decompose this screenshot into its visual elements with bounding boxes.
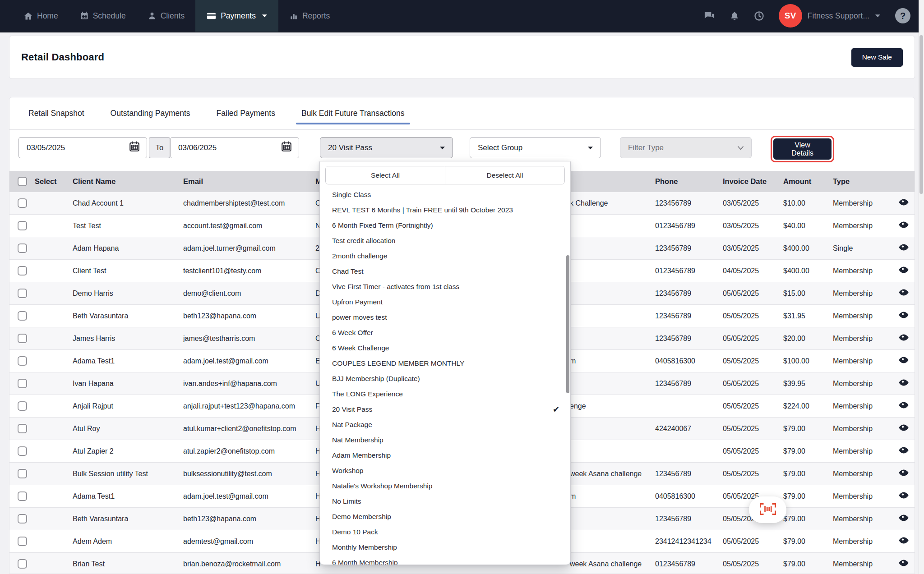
row-checkbox[interactable] bbox=[18, 469, 27, 478]
nav-item-home[interactable]: Home bbox=[13, 0, 69, 32]
view-row-button[interactable] bbox=[892, 221, 915, 230]
view-row-button[interactable] bbox=[892, 266, 915, 276]
calendar-input-icon[interactable] bbox=[129, 141, 140, 155]
membership-filter-select[interactable]: 20 Visit Pass bbox=[320, 137, 453, 158]
dropdown-option-6-week-challenge[interactable]: 6 Week Challenge bbox=[320, 340, 570, 356]
row-checkbox[interactable] bbox=[18, 514, 27, 523]
view-details-button[interactable]: View Details bbox=[773, 138, 832, 160]
select-all-button[interactable]: Select All bbox=[326, 166, 445, 184]
row-checkbox[interactable] bbox=[18, 334, 27, 343]
tab-retail-snapshot[interactable]: Retail Snapshot bbox=[28, 97, 84, 129]
dropdown-option-nat-membership[interactable]: Nat Membership bbox=[320, 432, 570, 448]
window-scrollbar-thumb[interactable] bbox=[919, 35, 923, 194]
date-from-input[interactable]: 03/05/2025 bbox=[18, 137, 147, 158]
dropdown-option-the-long-experience[interactable]: The LONG Experience bbox=[320, 386, 570, 402]
phone-cell: 0123456789 bbox=[648, 222, 713, 230]
dropdown-option-20-visit-pass[interactable]: 20 Visit Pass✔ bbox=[320, 402, 570, 417]
clock-icon[interactable] bbox=[754, 11, 764, 21]
phone-cell: 123456789 bbox=[648, 335, 713, 343]
dropdown-option-nat-package[interactable]: Nat Package bbox=[320, 417, 570, 432]
row-checkbox[interactable] bbox=[18, 198, 27, 208]
dropdown-option-monthly-membership[interactable]: Monthly Membership bbox=[320, 540, 570, 555]
dropdown-option-demo-membership[interactable]: Demo Membership bbox=[320, 509, 570, 524]
row-checkbox[interactable] bbox=[18, 266, 27, 276]
row-checkbox[interactable] bbox=[18, 424, 27, 433]
barcode-icon bbox=[759, 503, 777, 517]
row-checkbox[interactable] bbox=[18, 446, 27, 456]
window-scrollbar[interactable] bbox=[919, 0, 924, 574]
type-filter-select[interactable]: Filter Type bbox=[620, 137, 752, 158]
view-row-button[interactable] bbox=[892, 559, 915, 569]
row-checkbox[interactable] bbox=[18, 221, 27, 230]
tab-outstanding-payments[interactable]: Outstanding Payments bbox=[111, 97, 190, 129]
dropdown-option-bjj-membership-duplicate[interactable]: BJJ Membership (Duplicate) bbox=[320, 371, 570, 386]
view-row-button[interactable] bbox=[892, 446, 915, 456]
dropdown-option-demo-10-pack[interactable]: Demo 10 Pack bbox=[320, 524, 570, 540]
account-menu[interactable]: SV Fitness Support... bbox=[779, 4, 881, 28]
row-checkbox[interactable] bbox=[18, 401, 27, 411]
dropdown-option-workshop[interactable]: Workshop bbox=[320, 463, 570, 478]
help-icon[interactable]: ? bbox=[895, 8, 910, 23]
dropdown-option-upfron-payment[interactable]: Upfron Payment bbox=[320, 294, 570, 310]
page-header-card: Retail Dashboard New Sale bbox=[9, 36, 915, 79]
dropdown-option-couples-legend-member-monthly[interactable]: COUPLES LEGEND MEMBER MONTHLY bbox=[320, 356, 570, 371]
view-row-button[interactable] bbox=[892, 311, 915, 321]
bell-icon[interactable] bbox=[730, 11, 739, 21]
select-all-checkbox[interactable] bbox=[18, 177, 27, 186]
dropdown-option-chad-test[interactable]: Chad Test bbox=[320, 264, 570, 279]
dropdown-option-6-month-membership[interactable]: 6 Month Membership bbox=[320, 555, 570, 565]
view-row-button[interactable] bbox=[892, 537, 915, 546]
invoice-date-cell: 05/05/2025 bbox=[713, 537, 774, 546]
invoice-date-cell: 05/05/2025 bbox=[713, 357, 774, 365]
view-row-button[interactable] bbox=[892, 289, 915, 298]
row-checkbox[interactable] bbox=[18, 243, 27, 253]
nav-item-reports[interactable]: Reports bbox=[278, 0, 341, 32]
scan-barcode-button[interactable] bbox=[749, 496, 786, 523]
date-to-input[interactable]: 03/06/2025 bbox=[170, 137, 299, 158]
dropdown-option-2month-challenge[interactable]: 2month challenge bbox=[320, 248, 570, 264]
type-cell: Membership bbox=[824, 515, 882, 523]
view-row-button[interactable] bbox=[892, 379, 915, 388]
dropdown-option-6-week-offer[interactable]: 6 Week Offer bbox=[320, 325, 570, 340]
view-row-button[interactable] bbox=[892, 243, 915, 253]
nav-item-schedule[interactable]: Schedule bbox=[69, 0, 137, 32]
row-checkbox[interactable] bbox=[18, 537, 27, 546]
row-checkbox[interactable] bbox=[18, 559, 27, 569]
dropdown-scrollbar-thumb[interactable] bbox=[566, 255, 569, 393]
dropdown-option-revl-test-6-months-train-free-until-9th-october-2023[interactable]: REVL TEST 6 Months | Train FREE until 9t… bbox=[320, 202, 570, 218]
nav-item-clients[interactable]: Clients bbox=[137, 0, 196, 32]
row-select-cell bbox=[9, 243, 64, 253]
dropdown-option-power-moves-test[interactable]: power moves test bbox=[320, 310, 570, 325]
row-select-cell bbox=[9, 221, 64, 230]
calendar-input-icon[interactable] bbox=[281, 141, 292, 155]
view-row-button[interactable] bbox=[892, 424, 915, 433]
nav-item-payments[interactable]: Payments bbox=[195, 0, 278, 32]
tab-bulk-edit-future-transactions[interactable]: Bulk Edit Future Transactions bbox=[301, 97, 405, 129]
dropdown-option-6-month-fixed-term-fortnightly[interactable]: 6 Month Fixed Term (Fortnightly) bbox=[320, 218, 570, 233]
group-filter-select[interactable]: Select Group bbox=[470, 137, 601, 158]
view-row-button[interactable] bbox=[892, 401, 915, 411]
view-row-button[interactable] bbox=[892, 198, 915, 208]
chat-icon[interactable] bbox=[704, 11, 715, 21]
dropdown-option-adam-membership[interactable]: Adam Membership bbox=[320, 448, 570, 463]
view-row-button[interactable] bbox=[892, 469, 915, 478]
tab-failed-payments[interactable]: Failed Payments bbox=[217, 97, 275, 129]
row-checkbox[interactable] bbox=[18, 491, 27, 501]
row-checkbox[interactable] bbox=[18, 311, 27, 321]
view-row-button[interactable] bbox=[892, 491, 915, 501]
dropdown-option-natalie-s-workshop-membership[interactable]: Natalie's Workshop Membership bbox=[320, 478, 570, 494]
row-select-cell bbox=[9, 266, 64, 276]
dropdown-option-test-credit-allocation[interactable]: Test credit allocation bbox=[320, 233, 570, 248]
view-row-button[interactable] bbox=[892, 514, 915, 523]
new-sale-button[interactable]: New Sale bbox=[851, 48, 903, 67]
email-cell: demo@client.com bbox=[174, 289, 307, 298]
row-checkbox[interactable] bbox=[18, 356, 27, 366]
row-checkbox[interactable] bbox=[18, 379, 27, 388]
dropdown-option-vive-first-timer-activates-from-1st-class[interactable]: Vive First Timer - activates from 1st cl… bbox=[320, 279, 570, 294]
view-row-button[interactable] bbox=[892, 334, 915, 343]
deselect-all-button[interactable]: Deselect All bbox=[445, 166, 564, 184]
dropdown-option-single-class[interactable]: Single Class bbox=[320, 187, 570, 202]
dropdown-option-no-limits[interactable]: No Limits bbox=[320, 494, 570, 509]
view-row-button[interactable] bbox=[892, 356, 915, 366]
row-checkbox[interactable] bbox=[18, 289, 27, 298]
